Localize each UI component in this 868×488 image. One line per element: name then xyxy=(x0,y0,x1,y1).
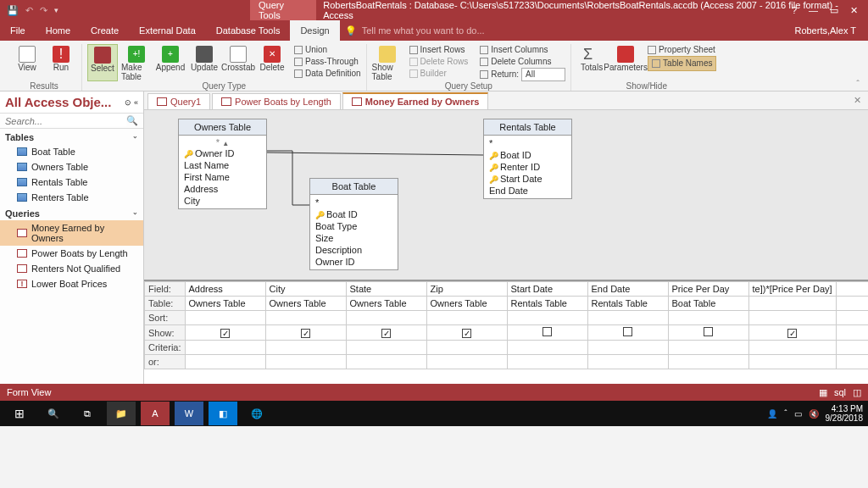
tray-up-icon[interactable]: ˆ xyxy=(784,409,787,419)
show-checkbox[interactable]: ✓ xyxy=(301,329,310,338)
delete-rows-button[interactable]: Delete Rows xyxy=(409,56,469,68)
word-app-button[interactable]: W xyxy=(175,402,203,425)
show-checkbox[interactable] xyxy=(704,327,713,336)
query-icon xyxy=(221,97,231,106)
select-query-button[interactable]: Select xyxy=(87,44,118,81)
start-button[interactable]: ⊞ xyxy=(5,402,34,425)
save-icon[interactable]: 💾 xyxy=(7,5,19,16)
show-checkbox[interactable] xyxy=(542,327,552,336)
document-tabs: Query1 Power Boats by Length Money Earne… xyxy=(144,92,868,110)
nav-group-queries[interactable]: Queries⌄ xyxy=(0,205,143,220)
help-icon[interactable]: ? xyxy=(792,5,797,16)
table-icon xyxy=(17,193,27,202)
union-button[interactable]: Union xyxy=(294,44,361,56)
query-icon xyxy=(17,229,27,237)
nav-query-item[interactable]: Lower Boat Prices xyxy=(0,276,143,291)
nav-query-item[interactable]: Money Earned by Owners xyxy=(0,220,143,246)
show-checkbox[interactable]: ✓ xyxy=(220,329,230,338)
show-checkbox[interactable]: ✓ xyxy=(462,329,471,338)
search-icon[interactable]: 🔍 xyxy=(126,115,138,126)
menu-design[interactable]: Design xyxy=(290,20,339,41)
show-checkbox[interactable] xyxy=(623,327,632,336)
update-button[interactable]: Update xyxy=(189,44,220,81)
nav-title[interactable]: All Access Obje... xyxy=(5,95,111,109)
nav-query-item[interactable]: Renters Not Qualified xyxy=(0,261,143,276)
table-box-rentals[interactable]: Rentals Table * Boat ID Renter ID Start … xyxy=(483,119,572,199)
menu-dbtools[interactable]: Database Tools xyxy=(206,20,291,41)
close-icon[interactable]: ✕ xyxy=(850,5,858,16)
crosstab-button[interactable]: Crosstab xyxy=(223,44,253,81)
design-canvas[interactable]: Owners Table * ▲ Owner ID Last Name Firs… xyxy=(144,110,868,280)
run-button[interactable]: !Run xyxy=(46,44,76,72)
status-bar: Form View ▦ sql ◫ xyxy=(0,384,868,401)
query-icon xyxy=(157,97,167,106)
tray-volume-icon[interactable]: 🔇 xyxy=(809,409,819,419)
quick-access: 💾 ↶ ↷ ▾ xyxy=(0,0,65,20)
table-box-owners[interactable]: Owners Table * ▲ Owner ID Last Name Firs… xyxy=(178,119,267,209)
parameters-button[interactable]: Parameters xyxy=(610,44,641,72)
return-selector[interactable]: Return: All xyxy=(480,68,565,81)
app-button[interactable]: ◧ xyxy=(209,402,237,425)
show-table-button[interactable]: Show Table xyxy=(372,44,403,81)
make-table-button[interactable]: +!Make Table xyxy=(121,44,152,81)
insert-rows-button[interactable]: Insert Rows xyxy=(409,44,469,56)
table-box-boat[interactable]: Boat Table * Boat ID Boat Type Size Desc… xyxy=(309,178,398,270)
nav-table-item[interactable]: Rentals Table xyxy=(0,175,143,190)
cortana-button[interactable]: 🔍 xyxy=(39,402,68,425)
title-bar: 💾 ↶ ↷ ▾ Query Tools RobertsBoatRentals :… xyxy=(0,0,868,20)
doc-tab[interactable]: Query1 xyxy=(147,93,210,109)
access-app-button[interactable]: A xyxy=(141,402,170,425)
qa-dropdown-icon[interactable]: ▾ xyxy=(54,6,58,14)
undo-icon[interactable]: ↶ xyxy=(25,5,33,16)
query-icon xyxy=(352,97,362,106)
taskbar: ⊞ 🔍 ⧉ 📁 A W ◧ 🌐 👤 ˆ ▭ 🔇 4:13 PM9/28/2018 xyxy=(0,401,868,426)
search-input[interactable] xyxy=(5,115,126,126)
datadef-button[interactable]: Data Definition xyxy=(294,68,361,80)
totals-button[interactable]: ΣTotals xyxy=(576,44,607,72)
show-checkbox[interactable]: ✓ xyxy=(787,329,797,338)
doc-tab-active[interactable]: Money Earned by Owners xyxy=(342,92,488,109)
minimize-icon[interactable]: — xyxy=(809,5,818,16)
query-icon xyxy=(17,249,27,258)
taskview-button[interactable]: ⧉ xyxy=(73,402,102,425)
design-view-icon[interactable]: ◫ xyxy=(853,387,861,398)
clock[interactable]: 4:13 PM9/28/2018 xyxy=(826,404,864,423)
datasheet-view-icon[interactable]: ▦ xyxy=(819,387,827,398)
nav-table-item[interactable]: Renters Table xyxy=(0,190,143,205)
maximize-icon[interactable]: ▭ xyxy=(830,5,838,16)
redo-icon[interactable]: ↷ xyxy=(40,5,47,16)
nav-table-item[interactable]: Owners Table xyxy=(0,159,143,175)
delete-cols-button[interactable]: Delete Columns xyxy=(480,56,565,68)
menu-external[interactable]: External Data xyxy=(129,20,206,41)
collapse-ribbon-icon[interactable]: ˆ xyxy=(856,79,860,89)
update-query-icon xyxy=(17,280,27,288)
builder-button[interactable]: Builder xyxy=(409,68,469,80)
passthrough-button[interactable]: Pass-Through xyxy=(294,56,361,68)
status-text: Form View xyxy=(7,387,51,397)
nav-table-item[interactable]: Boat Table xyxy=(0,144,143,159)
insert-cols-button[interactable]: Insert Columns xyxy=(480,44,565,56)
ribbon: View !Run Results Select +!Make Table +A… xyxy=(0,41,868,92)
table-names-button[interactable]: Table Names xyxy=(648,56,716,71)
menu-home[interactable]: Home xyxy=(36,20,81,41)
nav-dropdown-icon[interactable]: ⊙ « xyxy=(125,98,138,107)
close-tab-icon[interactable]: ✕ xyxy=(847,92,868,109)
tell-me[interactable]: Tell me what you want to do... xyxy=(362,25,485,36)
view-button[interactable]: View xyxy=(12,44,42,72)
user-name[interactable]: Roberts,Alex T xyxy=(794,25,856,36)
explorer-button[interactable]: 📁 xyxy=(107,402,136,425)
show-checkbox[interactable]: ✓ xyxy=(381,329,391,338)
menu-file[interactable]: File xyxy=(0,20,36,41)
append-button[interactable]: +Append xyxy=(155,44,186,81)
property-sheet-button[interactable]: Property Sheet xyxy=(648,44,716,56)
delete-query-button[interactable]: ✕Delete xyxy=(257,44,287,81)
sql-view-icon[interactable]: sql xyxy=(834,387,846,398)
tray-people-icon[interactable]: 👤 xyxy=(767,409,777,419)
doc-tab[interactable]: Power Boats by Length xyxy=(212,93,341,109)
design-grid[interactable]: Field:AddressCityStateZipStart DateEnd D… xyxy=(144,280,868,384)
nav-group-tables[interactable]: Tables⌄ xyxy=(0,129,143,144)
nav-query-item[interactable]: Power Boats by Length xyxy=(0,246,143,261)
chrome-button[interactable]: 🌐 xyxy=(242,402,271,425)
tray-battery-icon[interactable]: ▭ xyxy=(794,409,802,419)
menu-create[interactable]: Create xyxy=(81,20,129,41)
